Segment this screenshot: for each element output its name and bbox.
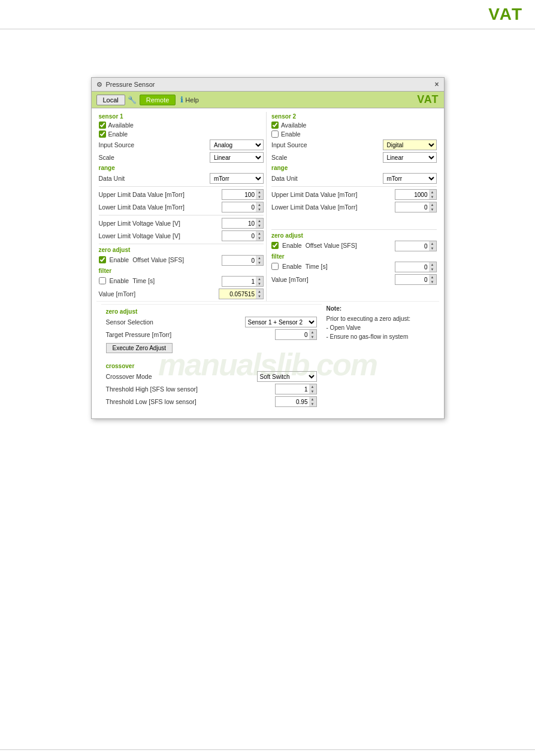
dialog-close-button[interactable]: ×	[434, 80, 439, 89]
sensor1-data-unit-label: Data Unit	[99, 175, 210, 182]
sensor1-filter-value-up[interactable]: ▲	[256, 289, 263, 294]
zero-adjust-bottom: zero adjust Sensor Selection Sensor 1 + …	[101, 304, 322, 356]
target-pressure-up[interactable]: ▲	[309, 330, 316, 335]
sensor1-enable-checkbox[interactable]	[99, 130, 106, 138]
sensor1-input-source-label: Input Source	[99, 141, 210, 148]
sensor2-enable-checkbox[interactable]	[271, 130, 279, 138]
sensor2-lower-data-down[interactable]: ▼	[429, 207, 436, 212]
threshold-low-up[interactable]: ▲	[309, 397, 316, 402]
sensor1-upper-voltage-row: Upper Limit Voltage Value [V] ▲ ▼	[99, 218, 264, 229]
sensor1-filter-enable-label: Enable	[110, 277, 129, 284]
sensor1-available-checkbox[interactable]	[99, 122, 106, 129]
sensor1-lower-voltage-row: Lower Limit Voltage Value [V] ▲ ▼	[99, 230, 264, 241]
zero-adjust-bottom-title: zero adjust	[106, 308, 317, 315]
sensor2-scale-select[interactable]: Linear Log	[383, 152, 437, 163]
tab-help-group: ℹ Help	[180, 95, 199, 104]
crossover-mode-row: Crossover Mode Soft Switch Hard Switch	[106, 371, 317, 382]
sensor1-offset-up[interactable]: ▲	[256, 256, 263, 260]
sensor2-zero-enable-checkbox[interactable]	[271, 242, 279, 249]
sensor2-lower-data-spin: ▲ ▼	[395, 202, 437, 212]
sensor2-upper-data-row: Upper Limit Data Value [mTorr] ▲ ▼	[271, 189, 437, 200]
sensor2-filter-title: filter	[271, 253, 437, 260]
sensor1-upper-voltage-spin: ▲ ▼	[222, 218, 264, 229]
sensor2-filter-row: Enable Time [s] ▲ ▼	[271, 262, 437, 272]
note-line1: Prior to executing a zero adjust:	[327, 314, 434, 323]
sensor1-lower-data-up[interactable]: ▲	[256, 202, 263, 207]
sensor2-available-checkbox[interactable]	[271, 122, 279, 129]
sensor1-lower-voltage-up[interactable]: ▲	[256, 231, 263, 236]
sensor1-title: sensor 1	[99, 113, 264, 120]
sensor2-lower-data-spinbtns: ▲ ▼	[429, 202, 436, 212]
sensor1-lower-data-spinbtns: ▲ ▼	[256, 202, 263, 212]
sensor2-scale-label: Scale	[271, 154, 383, 161]
sensor1-filter-time-up[interactable]: ▲	[256, 277, 263, 281]
sensor1-data-unit-select[interactable]: mTorr Torr Pa	[210, 173, 264, 184]
sensor1-filter-title: filter	[99, 268, 264, 274]
sensor1-upper-voltage-up[interactable]: ▲	[256, 218, 263, 223]
sensor2-column: sensor 2 Available Enable Input Source D…	[266, 112, 439, 301]
sensor2-input-source-select[interactable]: Digital Analog	[383, 139, 437, 150]
target-pressure-row: Target Pressure [mTorr] ▲ ▼	[106, 329, 317, 340]
sensor2-offset-up[interactable]: ▲	[429, 241, 436, 246]
sensor2-enable-label: Enable	[281, 130, 301, 138]
sensor2-upper-data-up[interactable]: ▲	[429, 190, 436, 195]
sensor1-upper-voltage-down[interactable]: ▼	[256, 223, 263, 228]
sensor1-offset-label: Offset Value [SFS]	[132, 256, 222, 263]
tab-local[interactable]: Local	[96, 95, 125, 105]
vat-logo-top: VAT	[488, 5, 523, 24]
sensor2-offset-down[interactable]: ▼	[429, 246, 436, 251]
note-line2: - Open Valve	[327, 323, 434, 332]
sensor1-filter-value-label: Value [mTorr]	[99, 290, 219, 297]
sensor2-filter-time-spin: ▲ ▼	[395, 262, 437, 272]
sensor1-lower-data-down[interactable]: ▼	[256, 207, 263, 212]
sensor2-filter-enable-checkbox[interactable]	[271, 263, 279, 270]
sensor2-filter-time-up[interactable]: ▲	[429, 262, 436, 267]
sensor2-filter-value-up[interactable]: ▲	[429, 275, 436, 280]
bottom-bar	[0, 749, 535, 756]
tab-remote[interactable]: Remote	[140, 95, 176, 105]
sensor1-zero-enable-checkbox[interactable]	[99, 256, 106, 263]
sensor1-zero-adjust-enable-row: Enable Offset Value [SFS]	[99, 256, 222, 263]
sensor1-enable-row: Enable	[99, 130, 264, 138]
crossover-mode-select[interactable]: Soft Switch Hard Switch	[257, 371, 317, 382]
target-pressure-spinbtns: ▲ ▼	[309, 330, 316, 339]
execute-zero-adjust-button[interactable]: Execute Zero Adjust	[106, 343, 173, 353]
sensor1-upper-data-up[interactable]: ▲	[256, 190, 263, 195]
sensor1-filter-value-down[interactable]: ▼	[256, 294, 263, 299]
sensor1-lower-data-spin: ▲ ▼	[222, 202, 264, 212]
crossover-section: crossover Crossover Mode Soft Switch Har…	[101, 359, 322, 411]
sensor-selection-select[interactable]: Sensor 1 + Sensor 2 Sensor 1 Sensor 2	[245, 317, 317, 327]
dialog-title: Pressure Sensor	[106, 81, 155, 88]
sensor1-scale-select[interactable]: Linear Log	[210, 152, 264, 163]
sensor1-lower-voltage-label: Lower Limit Voltage Value [V]	[99, 232, 222, 239]
sensor1-lower-voltage-spin: ▲ ▼	[222, 230, 264, 241]
sensor1-upper-data-down[interactable]: ▼	[256, 195, 263, 199]
sensor1-filter-enable-checkbox[interactable]	[99, 277, 106, 284]
sensor1-lower-voltage-spinbtns: ▲ ▼	[256, 231, 263, 241]
tab-help-label[interactable]: Help	[185, 96, 199, 104]
sensor1-input-source-select[interactable]: Analog Digital	[210, 139, 264, 150]
threshold-high-up[interactable]: ▲	[309, 384, 316, 389]
sensor2-filter-time-down[interactable]: ▼	[429, 267, 436, 272]
dialog-title-left: ⚙ Pressure Sensor	[96, 81, 155, 89]
sensor2-scale-row: Scale Linear Log	[271, 152, 437, 163]
sensor1-zero-adjust-row: Enable Offset Value [SFS] ▲ ▼	[99, 255, 264, 266]
threshold-low-down[interactable]: ▼	[309, 402, 316, 406]
threshold-high-down[interactable]: ▼	[309, 389, 316, 394]
target-pressure-down[interactable]: ▼	[309, 335, 316, 339]
sensor2-filter-value-label: Value [mTorr]	[271, 276, 395, 283]
sensor1-data-unit-row: Data Unit mTorr Torr Pa	[99, 173, 264, 184]
sensor-selection-label: Sensor Selection	[106, 318, 245, 326]
sensor2-filter-value-down[interactable]: ▼	[429, 280, 436, 284]
sensor2-zero-adjust-enable-row: Enable Offset Value [SFS]	[271, 242, 395, 249]
sensor1-offset-down[interactable]: ▼	[256, 260, 263, 265]
vat-logo-dialog: VAT	[417, 93, 439, 106]
sensor2-data-unit-select[interactable]: mTorr Torr Pa	[383, 173, 437, 184]
sensor1-filter-time-down[interactable]: ▼	[256, 281, 263, 286]
sensor2-upper-data-down[interactable]: ▼	[429, 195, 436, 199]
sensor2-filter-time-spinbtns: ▲ ▼	[429, 262, 436, 272]
sensor2-lower-data-up[interactable]: ▲	[429, 202, 436, 207]
sensor1-filter-time-spin: ▲ ▼	[222, 276, 264, 287]
sensor1-filter-value-row: Value [mTorr] ▲ ▼	[99, 289, 264, 299]
sensor1-lower-voltage-down[interactable]: ▼	[256, 236, 263, 241]
